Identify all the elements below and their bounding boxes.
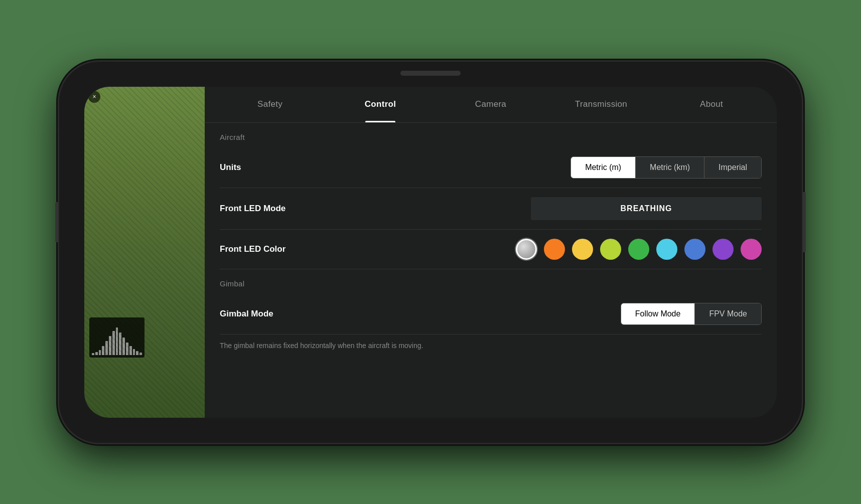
gimbal-section-header: Gimbal	[220, 269, 762, 294]
gimbal-mode-label: Gimbal Mode	[220, 309, 273, 319]
units-imperial[interactable]: Imperial	[704, 157, 761, 178]
units-metric-m[interactable]: Metric (m)	[571, 157, 636, 178]
units-label: Units	[220, 162, 241, 173]
units-segmented: Metric (m) Metric (km) Imperial	[570, 156, 762, 179]
led-mode-row: Front LED Mode BREATHING	[220, 188, 762, 230]
phone-frame: × Safety Control Camera Transmission Abo…	[59, 62, 802, 443]
units-control: Metric (m) Metric (km) Imperial	[570, 156, 762, 179]
led-color-green[interactable]	[628, 239, 649, 260]
led-color-control	[516, 239, 762, 260]
phone-notch	[400, 71, 461, 76]
tab-bar: Safety Control Camera Transmission About	[205, 87, 777, 123]
led-color-lime[interactable]	[600, 239, 621, 260]
content-area: Aircraft Units Metric (m) Metric (km) Im…	[205, 123, 777, 418]
left-button	[55, 202, 58, 242]
aircraft-section-header: Aircraft	[220, 123, 762, 147]
tab-camera[interactable]: Camera	[436, 87, 546, 122]
led-mode-label: Front LED Mode	[220, 204, 285, 214]
led-color-orange[interactable]	[544, 239, 565, 260]
led-color-label: Front LED Color	[220, 244, 285, 254]
gimbal-segmented: Follow Mode FPV Mode	[621, 303, 762, 325]
gimbal-follow-mode[interactable]: Follow Mode	[621, 303, 695, 324]
units-metric-km[interactable]: Metric (km)	[636, 157, 704, 178]
led-mode-control: BREATHING	[531, 197, 762, 220]
tab-safety[interactable]: Safety	[215, 87, 325, 122]
led-color-row: Front LED Color	[220, 230, 762, 269]
camera-view: ×	[84, 87, 205, 418]
gimbal-mode-control: Follow Mode FPV Mode	[621, 303, 762, 325]
histogram-overlay	[89, 317, 145, 358]
led-color-yellow[interactable]	[572, 239, 593, 260]
led-color-blue[interactable]	[684, 239, 705, 260]
led-mode-button[interactable]: BREATHING	[531, 197, 762, 220]
phone-screen: × Safety Control Camera Transmission Abo…	[84, 87, 777, 418]
right-button	[803, 192, 806, 252]
gimbal-description: The gimbal remains fixed horizontally wh…	[220, 334, 762, 351]
led-color-purple[interactable]	[712, 239, 734, 260]
tab-control[interactable]: Control	[325, 87, 436, 122]
gimbal-mode-row: Gimbal Mode Follow Mode FPV Mode	[220, 294, 762, 334]
settings-panel: Safety Control Camera Transmission About	[205, 87, 777, 418]
units-row: Units Metric (m) Metric (km) Imperial	[220, 147, 762, 188]
led-color-white[interactable]	[516, 239, 537, 260]
close-button[interactable]: ×	[88, 91, 100, 103]
tab-transmission[interactable]: Transmission	[546, 87, 656, 122]
led-color-light_blue[interactable]	[656, 239, 677, 260]
gimbal-fpv-mode[interactable]: FPV Mode	[695, 303, 761, 324]
tab-about[interactable]: About	[656, 87, 767, 122]
led-color-magenta[interactable]	[741, 239, 762, 260]
